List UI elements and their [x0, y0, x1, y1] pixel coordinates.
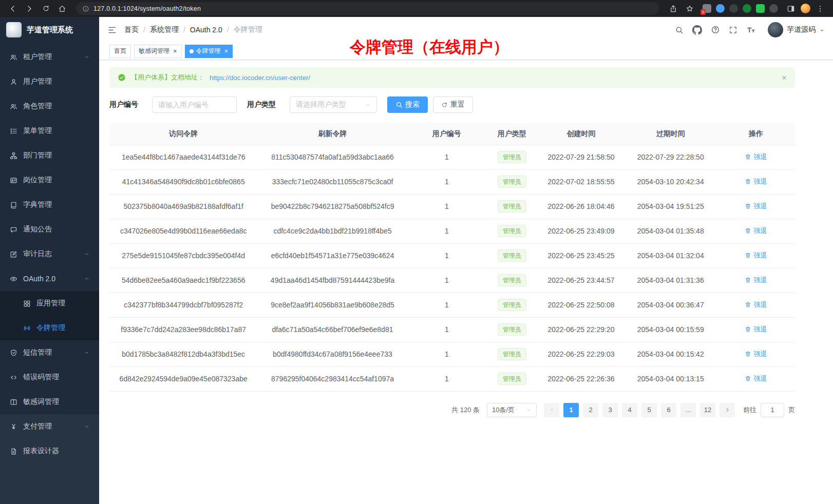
browser-profile-avatar[interactable]	[801, 4, 810, 13]
force-logout-button[interactable]: 强退	[745, 325, 767, 334]
forward-button[interactable]	[23, 2, 36, 15]
breadcrumb-separator: /	[143, 26, 145, 34]
user-id-input[interactable]	[152, 96, 237, 113]
force-logout-button[interactable]: 强退	[745, 202, 767, 211]
alert-text: 【用户体系】文档地址：	[131, 73, 204, 82]
tab-sensitive-word[interactable]: 敏感词管理 ×	[134, 45, 182, 58]
tab-home[interactable]: 首页	[109, 45, 131, 58]
table-row: 275e5de9151045fe87cbdc395e004f4de6cfd40e…	[109, 243, 795, 268]
tab-token[interactable]: 令牌管理 ×	[185, 45, 233, 58]
alert-link[interactable]: https://doc.iocoder.cn/user-center/	[210, 74, 310, 82]
access-token-cell: 1ea5e44f8bc1467aaede43144f31de76	[109, 145, 257, 169]
pagination-page-3[interactable]: 3	[602, 403, 618, 417]
help-icon[interactable]	[711, 25, 720, 34]
browser-menu-icon[interactable]	[813, 2, 827, 15]
refresh-token-cell: 811c530487574fa0af1a59d3abc1aa66	[257, 145, 407, 169]
user-type-select[interactable]: 请选择用户类型	[290, 96, 377, 113]
pagination-prev-button[interactable]	[544, 403, 559, 417]
sidebar-item-post[interactable]: 岗位管理	[0, 168, 99, 192]
breadcrumb-item[interactable]: 系统管理	[150, 25, 179, 34]
sidebar-item-oauth2-token[interactable]: 令牌管理	[0, 316, 99, 340]
share-icon[interactable]	[667, 2, 680, 15]
force-logout-button[interactable]: 强退	[745, 152, 767, 162]
sidebar-item-oauth2[interactable]: OAuth 2.0	[0, 266, 99, 291]
extension-icon[interactable]	[769, 4, 778, 13]
annotation-overlay: 令牌管理（在线用户）	[350, 36, 509, 58]
pagination-total: 共 120 条	[451, 405, 480, 415]
pagination-page-6[interactable]: 6	[661, 403, 676, 417]
search-icon[interactable]	[675, 26, 684, 34]
force-logout-button[interactable]: 强退	[745, 226, 767, 236]
pagination-more[interactable]: ...	[680, 403, 696, 417]
extension-icon[interactable]	[756, 4, 765, 13]
sidebar-item-dict[interactable]: 字典管理	[0, 192, 99, 217]
force-logout-button[interactable]: 强退	[745, 300, 767, 309]
url-bar[interactable]: 127.0.0.1:1024/system/oauth2/token	[76, 2, 659, 15]
user-type-badge: 管理员	[498, 323, 526, 336]
extension-icon[interactable]: 0	[703, 4, 711, 13]
pagination-page-2[interactable]: 2	[583, 403, 598, 417]
url-text: 127.0.0.1:1024/system/oauth2/token	[93, 5, 201, 12]
pagination-page-4[interactable]: 4	[622, 403, 637, 417]
force-logout-button[interactable]: 强退	[745, 177, 767, 186]
sidebar-item-report-designer[interactable]: 报表设计器	[0, 439, 99, 463]
sidebar-collapse-button[interactable]	[107, 25, 117, 35]
chat-icon	[9, 226, 17, 234]
alert-close-icon[interactable]: ×	[782, 73, 787, 82]
sidebar-item-error-code[interactable]: 错误码管理	[0, 365, 99, 390]
breadcrumb-item[interactable]: 首页	[124, 25, 139, 34]
reset-button[interactable]: 重置	[433, 96, 473, 113]
sidebar-item-dept[interactable]: 部门管理	[0, 143, 99, 168]
alert-banner: 【用户体系】文档地址： https://doc.iocoder.cn/user-…	[109, 67, 795, 88]
user-menu[interactable]: 芋道源码	[768, 22, 825, 37]
force-logout-button[interactable]: 强退	[745, 374, 767, 383]
delete-icon	[745, 277, 751, 283]
extension-icon[interactable]	[743, 4, 751, 13]
created-time-cell: 2022-06-25 22:50:08	[538, 293, 624, 317]
force-logout-button[interactable]: 强退	[745, 251, 767, 260]
breadcrumb-item[interactable]: OAuth 2.0	[190, 26, 222, 34]
extensions-area: 0	[703, 4, 778, 13]
sidebar-item-sms[interactable]: 短信管理	[0, 340, 99, 365]
bookmark-star-icon[interactable]	[683, 2, 696, 15]
github-icon[interactable]	[692, 25, 702, 35]
split-view-icon[interactable]	[784, 2, 798, 15]
user-id-cell: 1	[408, 194, 486, 219]
search-button[interactable]: 搜索	[387, 96, 428, 113]
info-icon[interactable]	[82, 5, 89, 12]
sidebar-item-user[interactable]: 用户管理	[0, 69, 99, 94]
sidebar-item-pay[interactable]: 支付管理	[0, 414, 99, 439]
pagination-next-button[interactable]	[720, 403, 735, 417]
goto-page-input[interactable]	[761, 403, 784, 417]
sidebar-item-menu[interactable]: 菜单管理	[0, 119, 99, 143]
sidebar-item-oauth2-app[interactable]: 应用管理	[0, 291, 99, 316]
pagination-page-1[interactable]: 1	[563, 403, 579, 417]
font-size-icon[interactable]	[746, 25, 756, 35]
page-size-select[interactable]: 10条/页	[487, 403, 537, 417]
close-icon[interactable]: ×	[173, 48, 177, 54]
sidebar-item-audit-log[interactable]: 审计日志	[0, 242, 99, 266]
close-icon[interactable]: ×	[224, 48, 229, 54]
breadcrumb-item-current: 令牌管理	[234, 25, 262, 34]
force-logout-button[interactable]: 强退	[745, 350, 767, 359]
goto-label: 前往	[743, 405, 756, 415]
back-button[interactable]	[6, 2, 20, 15]
extension-icon[interactable]	[729, 4, 738, 13]
sidebar-item-role[interactable]: 角色管理	[0, 94, 99, 119]
extension-badge: 0	[701, 9, 706, 15]
active-tab-dot	[190, 49, 194, 53]
sidebar-item-notice[interactable]: 通知公告	[0, 217, 99, 242]
pagination-page-5[interactable]: 5	[641, 403, 657, 417]
sidebar-item-sensitive-word[interactable]: 敏感词管理	[0, 390, 99, 414]
extension-icon[interactable]	[716, 4, 725, 13]
sidebar-item-tenant[interactable]: 租户管理	[0, 45, 99, 69]
reload-button[interactable]	[39, 2, 52, 15]
user-icon	[9, 78, 17, 86]
user-type-badge: 管理员	[498, 249, 526, 262]
fullscreen-icon[interactable]	[729, 26, 737, 34]
home-button[interactable]	[55, 2, 69, 15]
user-id-label: 用户编号	[109, 100, 138, 109]
expire-time-cell: 2054-03-04 01:35:48	[624, 219, 717, 243]
force-logout-button[interactable]: 强退	[745, 276, 767, 285]
pagination-page-12[interactable]: 12	[700, 403, 715, 417]
